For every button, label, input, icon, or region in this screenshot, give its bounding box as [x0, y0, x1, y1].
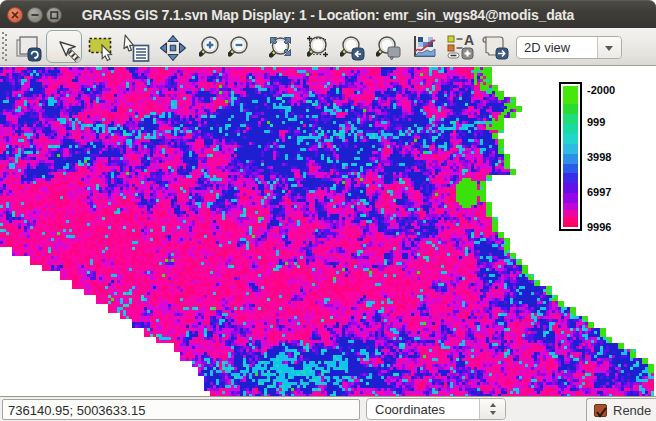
svg-text:A: A: [464, 34, 474, 48]
